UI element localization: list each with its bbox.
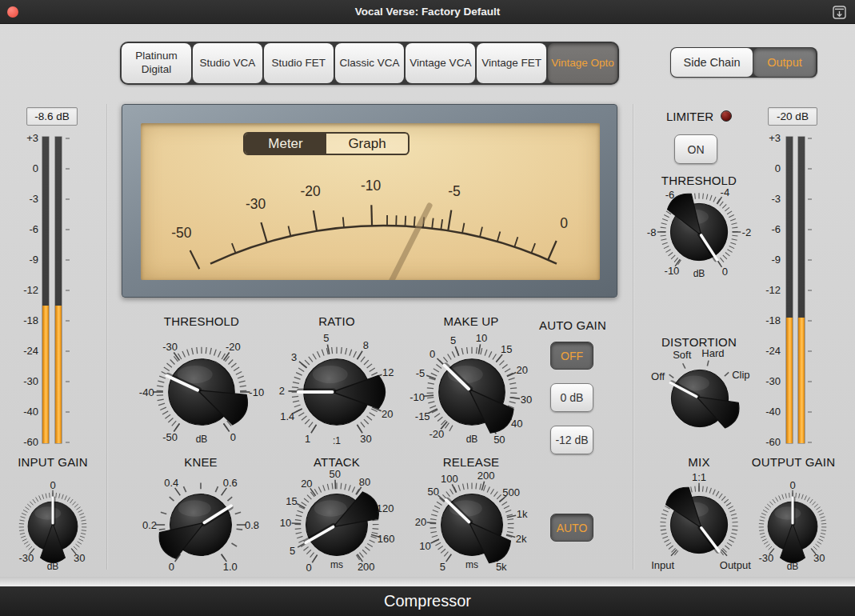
- knob-scale-label: 5: [450, 334, 456, 346]
- input-gain-knob[interactable]: 0-3030dB: [0, 474, 106, 579]
- knob-svg: OffSoftHardClip: [639, 338, 761, 459]
- model-tab-studio-fet[interactable]: Studio FET: [264, 43, 334, 83]
- vu-minor-tick: [432, 218, 433, 229]
- vu-scale-label: 0: [560, 215, 568, 231]
- knob-unit-label: dB: [47, 561, 59, 572]
- view-tabs: Side Chain Output: [670, 47, 817, 78]
- auto-button[interactable]: AUTO: [550, 514, 593, 542]
- meter-tick: [66, 350, 70, 352]
- vu-arc: [210, 226, 557, 264]
- meter-tick: [808, 290, 812, 291]
- limiter-threshold-knob[interactable]: -6-4-8-2-100dB: [638, 171, 760, 293]
- vu-minor-tick: [462, 223, 464, 234]
- meter-scale-label: +3: [755, 133, 781, 144]
- knob-scale-label: 30: [360, 433, 371, 445]
- vu-minor-tick: [531, 243, 535, 253]
- separator-left: [106, 104, 108, 570]
- meter-scale-label: 0: [14, 163, 38, 174]
- model-tab-vintage-opto[interactable]: Vintage Opto: [548, 43, 617, 83]
- circuit-type-tabs: Platinum Digital Studio VCA Studio FET C…: [120, 42, 619, 85]
- knob-scale-label: 40: [511, 418, 522, 430]
- knob-scale-label: 50: [427, 486, 438, 498]
- model-tab-vintage-fet[interactable]: Vintage FET: [477, 43, 546, 83]
- vu-minor-tick: [406, 216, 406, 226]
- knee-knob[interactable]: 0.40.60.20.801.0: [135, 459, 266, 590]
- tab-graph[interactable]: Graph: [326, 134, 408, 154]
- knob-scale-label: -10: [410, 391, 425, 403]
- ratio-knob[interactable]: 11.42358122030:1: [266, 322, 407, 462]
- model-tab-classic-vca[interactable]: Classic VCA: [335, 43, 405, 83]
- vu-minor-tick: [343, 217, 344, 227]
- knob-scale-label: 10: [419, 540, 430, 552]
- vu-minor-tick: [441, 219, 442, 230]
- vu-scale-label: -10: [361, 178, 382, 194]
- vu-major-tick: [371, 205, 372, 226]
- model-tab-studio-vca[interactable]: Studio VCA: [193, 43, 262, 83]
- knob-svg: 0-3030dB: [0, 474, 106, 579]
- meter-tick: [66, 138, 70, 139]
- knob-scale-label: 0: [306, 562, 311, 574]
- knob-scale-label: 1.0: [223, 561, 238, 573]
- meter-tick: [808, 138, 812, 139]
- vu-scale-label: -30: [246, 196, 266, 212]
- make-up-knob[interactable]: -20-15-10-505101520304050dB: [402, 322, 542, 462]
- knob-scale-label: 20: [301, 478, 312, 490]
- meter-tick: [808, 442, 812, 443]
- knob-svg: 1:1InputOutput: [638, 464, 760, 586]
- knob-scale-label: 500: [502, 486, 520, 498]
- tab-meter[interactable]: Meter: [245, 134, 326, 154]
- knob-scale-label: Off: [651, 370, 665, 382]
- knob-scale-label: 0: [169, 561, 174, 573]
- plugin-name-bar: Compressor: [0, 586, 855, 616]
- knob-scale-label: -10: [665, 265, 680, 277]
- meter-tick: [808, 198, 812, 200]
- knob-scale-label: 12: [382, 366, 394, 378]
- release-knob[interactable]: 10020050500201k102k55kms: [406, 459, 537, 590]
- auto-gain-0db-button[interactable]: 0 dB: [550, 383, 593, 412]
- meter-tick: [808, 350, 812, 352]
- vu-minor-tick: [232, 243, 236, 253]
- limiter-title: LIMITER: [666, 110, 713, 123]
- vu-scale-label: -5: [448, 183, 461, 199]
- meter-scale-label: -60: [14, 437, 38, 448]
- input-meter-ticks: [66, 138, 70, 443]
- knob-scale-label: 30: [74, 552, 85, 564]
- compressor-plugin-window: Vocal Verse: Factory Default Platinum Di…: [0, 0, 855, 616]
- knob-scale-label: 0: [50, 479, 55, 491]
- knob-svg: -20-15-10-505101520304050dB: [402, 322, 542, 462]
- knob-scale-label: 8: [363, 339, 369, 351]
- knob-scale-label: 30: [521, 394, 532, 406]
- model-tab-vintage-vca[interactable]: Vintage VCA: [406, 43, 475, 83]
- meter-tick: [808, 168, 812, 170]
- knob-scale-label: 0: [230, 431, 236, 443]
- vu-major-tick: [548, 241, 556, 260]
- threshold-knob[interactable]: -30-20-40-10-500dB: [131, 322, 272, 462]
- knob-scale-label: 20: [415, 516, 426, 528]
- tab-side-chain[interactable]: Side Chain: [671, 48, 753, 77]
- knob-unit-label: dB: [196, 434, 208, 445]
- meter-tick: [66, 290, 70, 291]
- release-title: RELEASE: [403, 455, 539, 469]
- knob-scale-label: 50: [493, 434, 505, 446]
- vu-major-tick: [190, 250, 200, 269]
- knob-scale-label: 10: [280, 517, 291, 529]
- knob-scale-label: 0: [722, 266, 728, 278]
- knob-svg: -6-4-8-2-100dB: [638, 171, 760, 293]
- download-settings-icon[interactable]: [833, 6, 846, 19]
- knob-scale-label: 10: [476, 332, 487, 344]
- model-tab-platinum-digital[interactable]: Platinum Digital: [122, 43, 191, 83]
- auto-gain-minus12db-button[interactable]: -12 dB: [550, 426, 593, 454]
- attack-knob[interactable]: 502080151201016050200ms: [271, 459, 402, 590]
- meter-scale-label: -18: [14, 315, 38, 326]
- knob-scale-label: 15: [286, 495, 297, 507]
- tab-output[interactable]: Output: [753, 48, 816, 77]
- auto-gain-off-button[interactable]: OFF: [550, 342, 593, 370]
- meter-tick: [808, 229, 812, 230]
- limiter-on-button[interactable]: ON: [674, 134, 717, 164]
- meter-tick: [808, 259, 812, 261]
- knob-scale-label: 100: [441, 473, 458, 485]
- input-meter-bar-left: [42, 136, 50, 444]
- knob-scale-label: 5: [440, 561, 445, 573]
- distortion-knob[interactable]: OffSoftHardClip: [639, 338, 761, 459]
- mix-knob[interactable]: 1:1InputOutput: [638, 464, 760, 586]
